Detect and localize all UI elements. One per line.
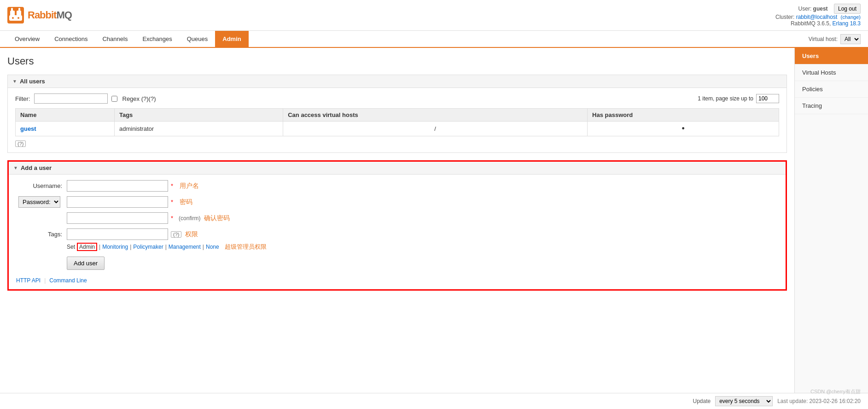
tag-none-link[interactable]: None (206, 244, 219, 250)
question-mark-badge[interactable]: (?) (15, 140, 26, 147)
user-name-link[interactable]: guest (20, 125, 36, 132)
last-update: Last update: 2023-02-26 16:02:20 (777, 398, 861, 402)
tag-policymaker-link[interactable]: Policymaker (133, 244, 163, 250)
password-type-select[interactable]: Password: Hash: (18, 196, 60, 208)
header: RabbitMQ User: guest Log out Cluster: ra… (0, 0, 868, 31)
col-name: Name (16, 109, 115, 122)
tags-input[interactable] (67, 228, 168, 240)
filter-label: Filter: (15, 95, 30, 102)
confirm-annotation: 确认密码 (204, 214, 230, 222)
sidebar-item-virtual-hosts[interactable]: Virtual Hosts (795, 64, 868, 81)
add-user-section-header[interactable]: ▼ Add a user (9, 162, 786, 175)
logo-rabbit: Rabbit (28, 9, 56, 21)
page-title: Users (7, 55, 787, 67)
add-user-section: ▼ Add a user Username: * 用户名 Password: (7, 160, 787, 291)
all-users-section-body: Filter: Regex (?)(?) 1 item, page size u… (8, 88, 786, 152)
nav-connections[interactable]: Connections (47, 31, 95, 47)
users-table-header-row: Name Tags Can access virtual hosts Has p… (16, 109, 779, 122)
logo-area: RabbitMQ (7, 7, 72, 23)
username-label: Username: (16, 182, 62, 189)
bottom-bar: Update every 5 seconds every 10 seconds … (0, 393, 868, 402)
content: Users ▼ All users Filter: Regex (?)(?) 1… (0, 48, 794, 402)
regex-checkbox[interactable] (111, 96, 117, 102)
cluster-value[interactable]: rabbit@localhost (796, 14, 838, 20)
sidebar-item-users[interactable]: Users (795, 48, 868, 64)
password-row: Password: Hash: * 密码 (16, 196, 778, 208)
nav-channels[interactable]: Channels (95, 31, 135, 47)
tags-annotation: 权限 (185, 230, 198, 239)
tag-sep-4: | (203, 244, 204, 250)
tags-hint[interactable]: (?) (171, 231, 181, 238)
tag-management-link[interactable]: Management (169, 244, 201, 250)
nav-exchanges[interactable]: Exchanges (135, 31, 179, 47)
filter-input[interactable] (34, 93, 108, 104)
confirm-password-input[interactable] (67, 212, 168, 224)
users-table-body: guest administrator / • (16, 122, 779, 136)
col-password: Has password (588, 109, 779, 122)
cluster-change[interactable]: (change) (841, 14, 861, 20)
sidebar-item-tracing[interactable]: Tracing (795, 98, 868, 114)
tags-row: Tags: (?) 权限 (16, 228, 778, 240)
filter-right: 1 item, page size up to (698, 94, 779, 103)
username-row: Username: * 用户名 (16, 180, 778, 192)
admin-annotation: 超级管理员权限 (225, 243, 267, 251)
all-users-section-header[interactable]: ▼ All users (8, 75, 786, 88)
username-asterisk: * (171, 182, 173, 189)
nav: Overview Connections Channels Exchanges … (0, 31, 868, 48)
svg-point-4 (12, 17, 14, 19)
users-table-head: Name Tags Can access virtual hosts Has p… (16, 109, 779, 122)
col-vhosts: Can access virtual hosts (283, 109, 588, 122)
filter-row: Filter: Regex (?)(?) 1 item, page size u… (15, 93, 779, 104)
confirm-asterisk: * (171, 215, 173, 222)
vhost-select[interactable]: All / (840, 34, 861, 44)
nav-queues[interactable]: Queues (180, 31, 216, 47)
update-select[interactable]: every 5 seconds every 10 seconds every 3… (715, 396, 773, 402)
add-user-section-body: Username: * 用户名 Password: Hash: * (9, 175, 786, 289)
svg-rect-6 (11, 8, 13, 12)
users-table: Name Tags Can access virtual hosts Has p… (15, 108, 779, 136)
sidebar-item-policies[interactable]: Policies (795, 81, 868, 98)
rabbitmq-logo-icon (7, 7, 24, 23)
add-user-button[interactable]: Add user (67, 257, 105, 270)
password-input[interactable] (67, 196, 168, 208)
set-tags-row: Set Admin | Monitoring | Policymaker | M… (67, 243, 778, 251)
logout-button[interactable]: Log out (834, 4, 861, 14)
nav-admin[interactable]: Admin (215, 31, 248, 47)
footer-links: HTTP API | Command Line (16, 277, 778, 284)
add-user-title: Add a user (21, 164, 52, 171)
tag-sep-1: | (99, 244, 100, 250)
vhost-label: Virtual host: (809, 36, 838, 42)
user-password-cell: • (588, 122, 779, 136)
tag-sep-2: | (130, 244, 131, 250)
nav-overview[interactable]: Overview (7, 31, 47, 47)
col-tags: Tags (114, 109, 283, 122)
password-select-wrapper: Password: Hash: (16, 196, 62, 208)
collapse-arrow-icon: ▼ (12, 79, 17, 84)
user-name: guest (813, 6, 828, 12)
tag-monitoring-link[interactable]: Monitoring (102, 244, 128, 250)
items-info: 1 item, page size up to (698, 95, 753, 102)
update-label: Update (693, 398, 711, 402)
erlang-link[interactable]: Erlang 18.3 (833, 20, 861, 27)
user-name-cell: guest (16, 122, 115, 136)
version-text: RabbitMQ 3.6.5, (791, 20, 831, 27)
command-line-link[interactable]: Command Line (49, 277, 87, 284)
tag-admin-link[interactable]: Admin (77, 243, 97, 251)
username-input[interactable] (67, 180, 168, 192)
password-asterisk: * (171, 199, 173, 205)
logo-text: RabbitMQ (28, 9, 72, 21)
confirm-label: (confirm) (179, 215, 200, 222)
http-api-link[interactable]: HTTP API (16, 277, 41, 284)
page-size-input[interactable] (756, 94, 779, 103)
cluster-label: Cluster: (775, 14, 794, 20)
user-tags-cell: administrator (114, 122, 283, 136)
question-mark-area: (?) (15, 140, 779, 147)
username-annotation: 用户名 (180, 182, 199, 190)
set-label: Set (67, 244, 75, 250)
user-vhosts-cell: / (283, 122, 588, 136)
all-users-section: ▼ All users Filter: Regex (?)(?) 1 item,… (7, 75, 787, 153)
svg-rect-7 (18, 8, 20, 12)
regex-label: Regex (?)(?) (122, 95, 156, 102)
footer-separator: | (44, 277, 46, 284)
main: Users ▼ All users Filter: Regex (?)(?) 1… (0, 48, 868, 402)
